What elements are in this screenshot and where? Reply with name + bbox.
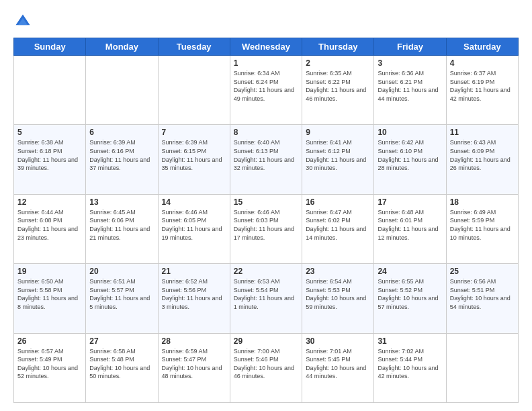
day-info: Sunrise: 6:34 AM Sunset: 6:24 PM Dayligh…	[234, 69, 298, 103]
day-number: 15	[234, 197, 298, 207]
day-info: Sunrise: 6:47 AM Sunset: 6:02 PM Dayligh…	[306, 208, 370, 242]
day-number: 5	[17, 128, 82, 137]
calendar-cell: 5Sunrise: 6:38 AM Sunset: 6:18 PM Daylig…	[14, 125, 86, 194]
calendar-header-row: SundayMondayTuesdayWednesdayThursdayFrid…	[14, 38, 519, 56]
calendar-cell: 22Sunrise: 6:53 AM Sunset: 5:54 PM Dayli…	[230, 264, 302, 333]
day-info: Sunrise: 6:44 AM Sunset: 6:08 PM Dayligh…	[17, 208, 82, 242]
calendar-day-header: Sunday	[14, 38, 86, 56]
calendar-cell: 21Sunrise: 6:52 AM Sunset: 5:56 PM Dayli…	[158, 264, 230, 333]
day-number: 28	[162, 336, 226, 346]
day-info: Sunrise: 7:00 AM Sunset: 5:46 PM Dayligh…	[234, 347, 298, 381]
calendar-cell: 28Sunrise: 6:59 AM Sunset: 5:47 PM Dayli…	[158, 333, 230, 402]
day-number: 3	[378, 58, 442, 68]
day-number: 19	[17, 267, 82, 276]
day-info: Sunrise: 6:58 AM Sunset: 5:48 PM Dayligh…	[89, 347, 154, 381]
day-number: 8	[234, 128, 298, 137]
calendar-cell: 26Sunrise: 6:57 AM Sunset: 5:49 PM Dayli…	[14, 333, 86, 402]
calendar-day-header: Saturday	[446, 38, 518, 56]
day-number: 2	[306, 58, 370, 68]
calendar-day-header: Monday	[86, 38, 158, 56]
calendar-week-row: 19Sunrise: 6:50 AM Sunset: 5:58 PM Dayli…	[14, 264, 519, 333]
calendar-cell: 23Sunrise: 6:54 AM Sunset: 5:53 PM Dayli…	[302, 264, 374, 333]
day-number: 20	[89, 267, 154, 276]
day-number: 6	[89, 128, 154, 137]
day-number: 18	[450, 197, 515, 207]
calendar-table: SundayMondayTuesdayWednesdayThursdayFrid…	[13, 38, 519, 403]
calendar-cell	[86, 56, 158, 125]
calendar-cell: 30Sunrise: 7:01 AM Sunset: 5:45 PM Dayli…	[302, 333, 374, 402]
day-info: Sunrise: 6:48 AM Sunset: 6:01 PM Dayligh…	[378, 208, 442, 242]
day-number: 7	[162, 128, 226, 137]
day-number: 17	[378, 197, 442, 207]
day-info: Sunrise: 6:35 AM Sunset: 6:22 PM Dayligh…	[306, 69, 370, 103]
calendar-day-header: Friday	[374, 38, 446, 56]
calendar-cell: 12Sunrise: 6:44 AM Sunset: 6:08 PM Dayli…	[14, 194, 86, 263]
day-info: Sunrise: 6:54 AM Sunset: 5:53 PM Dayligh…	[306, 277, 370, 311]
day-info: Sunrise: 6:49 AM Sunset: 5:59 PM Dayligh…	[450, 208, 515, 242]
day-number: 11	[450, 128, 515, 137]
day-info: Sunrise: 6:37 AM Sunset: 6:19 PM Dayligh…	[450, 69, 515, 103]
day-info: Sunrise: 6:39 AM Sunset: 6:16 PM Dayligh…	[89, 138, 154, 172]
day-number: 9	[306, 128, 370, 137]
day-info: Sunrise: 6:56 AM Sunset: 5:51 PM Dayligh…	[450, 277, 515, 311]
calendar-cell: 10Sunrise: 6:42 AM Sunset: 6:10 PM Dayli…	[374, 125, 446, 194]
calendar-cell: 11Sunrise: 6:43 AM Sunset: 6:09 PM Dayli…	[446, 125, 518, 194]
calendar-cell: 15Sunrise: 6:46 AM Sunset: 6:03 PM Dayli…	[230, 194, 302, 263]
calendar-week-row: 26Sunrise: 6:57 AM Sunset: 5:49 PM Dayli…	[14, 333, 519, 402]
day-info: Sunrise: 7:02 AM Sunset: 5:44 PM Dayligh…	[378, 347, 442, 381]
day-info: Sunrise: 6:53 AM Sunset: 5:54 PM Dayligh…	[234, 277, 298, 311]
calendar-cell: 16Sunrise: 6:47 AM Sunset: 6:02 PM Dayli…	[302, 194, 374, 263]
calendar-cell: 9Sunrise: 6:41 AM Sunset: 6:12 PM Daylig…	[302, 125, 374, 194]
day-number: 22	[234, 267, 298, 276]
day-info: Sunrise: 6:41 AM Sunset: 6:12 PM Dayligh…	[306, 138, 370, 172]
calendar-cell: 18Sunrise: 6:49 AM Sunset: 5:59 PM Dayli…	[446, 194, 518, 263]
day-info: Sunrise: 6:57 AM Sunset: 5:49 PM Dayligh…	[17, 347, 82, 381]
calendar-cell: 1Sunrise: 6:34 AM Sunset: 6:24 PM Daylig…	[230, 56, 302, 125]
day-number: 21	[162, 267, 226, 276]
calendar-week-row: 5Sunrise: 6:38 AM Sunset: 6:18 PM Daylig…	[14, 125, 519, 194]
calendar-cell	[14, 56, 86, 125]
day-number: 13	[89, 197, 154, 207]
calendar-week-row: 12Sunrise: 6:44 AM Sunset: 6:08 PM Dayli…	[14, 194, 519, 263]
calendar-cell: 27Sunrise: 6:58 AM Sunset: 5:48 PM Dayli…	[86, 333, 158, 402]
day-number: 14	[162, 197, 226, 207]
calendar-cell: 20Sunrise: 6:51 AM Sunset: 5:57 PM Dayli…	[86, 264, 158, 333]
calendar-day-header: Thursday	[302, 38, 374, 56]
calendar-cell: 24Sunrise: 6:55 AM Sunset: 5:52 PM Dayli…	[374, 264, 446, 333]
calendar-cell	[158, 56, 230, 125]
day-info: Sunrise: 6:55 AM Sunset: 5:52 PM Dayligh…	[378, 277, 442, 311]
calendar-day-header: Tuesday	[158, 38, 230, 56]
day-number: 4	[450, 58, 515, 68]
calendar-cell: 2Sunrise: 6:35 AM Sunset: 6:22 PM Daylig…	[302, 56, 374, 125]
calendar-cell: 3Sunrise: 6:36 AM Sunset: 6:21 PM Daylig…	[374, 56, 446, 125]
calendar-cell: 19Sunrise: 6:50 AM Sunset: 5:58 PM Dayli…	[14, 264, 86, 333]
calendar-cell: 13Sunrise: 6:45 AM Sunset: 6:06 PM Dayli…	[86, 194, 158, 263]
calendar-cell: 29Sunrise: 7:00 AM Sunset: 5:46 PM Dayli…	[230, 333, 302, 402]
calendar-day-header: Wednesday	[230, 38, 302, 56]
calendar-cell: 8Sunrise: 6:40 AM Sunset: 6:13 PM Daylig…	[230, 125, 302, 194]
calendar-cell: 25Sunrise: 6:56 AM Sunset: 5:51 PM Dayli…	[446, 264, 518, 333]
day-info: Sunrise: 6:43 AM Sunset: 6:09 PM Dayligh…	[450, 138, 515, 172]
day-number: 10	[378, 128, 442, 137]
day-info: Sunrise: 6:51 AM Sunset: 5:57 PM Dayligh…	[89, 277, 154, 311]
day-number: 25	[450, 267, 515, 276]
day-number: 12	[17, 197, 82, 207]
day-info: Sunrise: 6:36 AM Sunset: 6:21 PM Dayligh…	[378, 69, 442, 103]
day-info: Sunrise: 6:39 AM Sunset: 6:15 PM Dayligh…	[162, 138, 226, 172]
day-info: Sunrise: 6:40 AM Sunset: 6:13 PM Dayligh…	[234, 138, 298, 172]
day-number: 26	[17, 336, 82, 346]
calendar-cell	[446, 333, 518, 402]
day-info: Sunrise: 6:45 AM Sunset: 6:06 PM Dayligh…	[89, 208, 154, 242]
page: SundayMondayTuesdayWednesdayThursdayFrid…	[0, 0, 532, 411]
logo-icon	[13, 12, 32, 31]
logo	[13, 12, 35, 31]
calendar-cell: 14Sunrise: 6:46 AM Sunset: 6:05 PM Dayli…	[158, 194, 230, 263]
calendar-cell: 6Sunrise: 6:39 AM Sunset: 6:16 PM Daylig…	[86, 125, 158, 194]
day-info: Sunrise: 6:52 AM Sunset: 5:56 PM Dayligh…	[162, 277, 226, 311]
calendar-cell: 31Sunrise: 7:02 AM Sunset: 5:44 PM Dayli…	[374, 333, 446, 402]
calendar-cell: 7Sunrise: 6:39 AM Sunset: 6:15 PM Daylig…	[158, 125, 230, 194]
day-info: Sunrise: 7:01 AM Sunset: 5:45 PM Dayligh…	[306, 347, 370, 381]
header	[13, 12, 519, 31]
day-number: 23	[306, 267, 370, 276]
day-number: 31	[378, 336, 442, 346]
